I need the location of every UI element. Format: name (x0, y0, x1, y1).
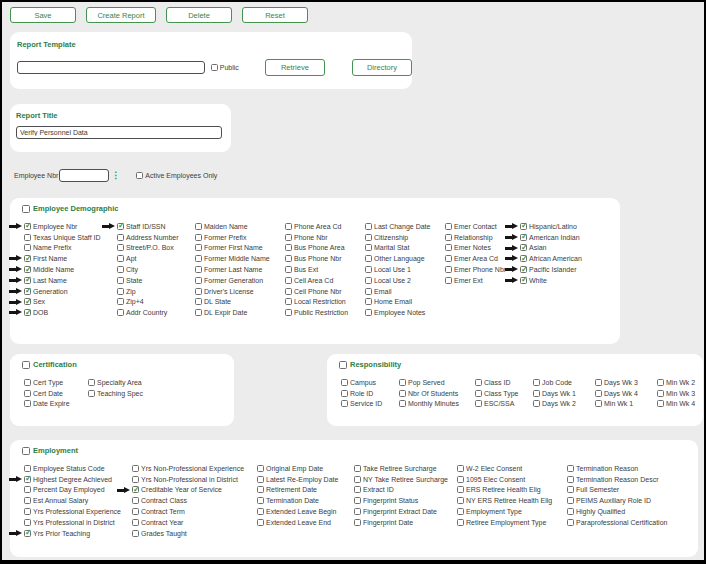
field-checkbox[interactable] (457, 465, 464, 472)
field-checkbox[interactable] (475, 390, 482, 397)
field-checkbox[interactable] (533, 379, 540, 386)
field-checkbox[interactable] (24, 486, 31, 493)
employee-nbr-input[interactable] (59, 169, 109, 182)
field-checkbox[interactable] (24, 277, 31, 284)
field-checkbox[interactable] (567, 508, 574, 515)
field-checkbox[interactable] (132, 486, 139, 493)
section-checkbox-employee-demographic[interactable] (22, 205, 30, 213)
field-checkbox[interactable] (24, 390, 31, 397)
field-checkbox[interactable] (195, 244, 202, 251)
field-checkbox[interactable] (399, 400, 406, 407)
section-checkbox-responsibility[interactable] (339, 361, 347, 369)
directory-button[interactable]: Directory (352, 59, 412, 76)
field-checkbox[interactable] (117, 266, 124, 273)
field-checkbox[interactable] (195, 255, 202, 262)
field-checkbox[interactable] (595, 390, 602, 397)
field-checkbox[interactable] (445, 244, 452, 251)
active-employees-only-checkbox[interactable] (136, 172, 143, 179)
field-checkbox[interactable] (595, 379, 602, 386)
field-checkbox[interactable] (595, 400, 602, 407)
field-checkbox[interactable] (457, 508, 464, 515)
field-checkbox[interactable] (520, 244, 527, 251)
create-report-button[interactable]: Create Report (86, 7, 156, 23)
field-checkbox[interactable] (24, 288, 31, 295)
field-checkbox[interactable] (257, 497, 264, 504)
field-checkbox[interactable] (24, 508, 31, 515)
field-checkbox[interactable] (365, 298, 372, 305)
field-checkbox[interactable] (365, 223, 372, 230)
field-checkbox[interactable] (520, 234, 527, 241)
field-checkbox[interactable] (341, 390, 348, 397)
field-checkbox[interactable] (354, 519, 361, 526)
field-checkbox[interactable] (132, 465, 139, 472)
field-checkbox[interactable] (285, 288, 292, 295)
report-title-input[interactable] (16, 126, 222, 139)
field-checkbox[interactable] (24, 244, 31, 251)
field-checkbox[interactable] (399, 390, 406, 397)
field-checkbox[interactable] (457, 497, 464, 504)
field-checkbox[interactable] (117, 255, 124, 262)
field-checkbox[interactable] (365, 255, 372, 262)
field-checkbox[interactable] (657, 379, 664, 386)
field-checkbox[interactable] (445, 255, 452, 262)
field-checkbox[interactable] (354, 465, 361, 472)
field-checkbox[interactable] (117, 223, 124, 230)
field-checkbox[interactable] (533, 390, 540, 397)
field-checkbox[interactable] (257, 476, 264, 483)
field-checkbox[interactable] (24, 309, 31, 316)
field-checkbox[interactable] (365, 309, 372, 316)
public-checkbox[interactable] (211, 64, 218, 71)
field-checkbox[interactable] (445, 266, 452, 273)
field-checkbox[interactable] (365, 244, 372, 251)
field-checkbox[interactable] (117, 234, 124, 241)
field-checkbox[interactable] (195, 234, 202, 241)
field-checkbox[interactable] (117, 288, 124, 295)
field-checkbox[interactable] (24, 266, 31, 273)
field-checkbox[interactable] (257, 465, 264, 472)
field-checkbox[interactable] (445, 277, 452, 284)
field-checkbox[interactable] (354, 476, 361, 483)
field-checkbox[interactable] (195, 298, 202, 305)
field-checkbox[interactable] (132, 519, 139, 526)
field-checkbox[interactable] (365, 234, 372, 241)
retrieve-button[interactable]: Retrieve (265, 59, 325, 76)
field-checkbox[interactable] (520, 277, 527, 284)
field-checkbox[interactable] (457, 476, 464, 483)
field-checkbox[interactable] (567, 497, 574, 504)
field-checkbox[interactable] (117, 244, 124, 251)
field-checkbox[interactable] (24, 497, 31, 504)
field-checkbox[interactable] (285, 223, 292, 230)
field-checkbox[interactable] (365, 288, 372, 295)
field-checkbox[interactable] (365, 277, 372, 284)
field-checkbox[interactable] (195, 266, 202, 273)
field-checkbox[interactable] (257, 508, 264, 515)
reset-button[interactable]: Reset (242, 7, 308, 23)
field-checkbox[interactable] (88, 379, 95, 386)
field-checkbox[interactable] (257, 486, 264, 493)
field-checkbox[interactable] (24, 234, 31, 241)
field-checkbox[interactable] (520, 266, 527, 273)
field-checkbox[interactable] (285, 266, 292, 273)
field-checkbox[interactable] (399, 379, 406, 386)
field-checkbox[interactable] (354, 486, 361, 493)
field-checkbox[interactable] (533, 400, 540, 407)
field-checkbox[interactable] (285, 277, 292, 284)
field-checkbox[interactable] (195, 277, 202, 284)
field-checkbox[interactable] (132, 476, 139, 483)
field-checkbox[interactable] (567, 486, 574, 493)
field-checkbox[interactable] (24, 298, 31, 305)
field-checkbox[interactable] (567, 519, 574, 526)
section-checkbox-employment[interactable] (22, 447, 30, 455)
field-checkbox[interactable] (445, 234, 452, 241)
field-checkbox[interactable] (285, 298, 292, 305)
field-checkbox[interactable] (520, 223, 527, 230)
field-checkbox[interactable] (195, 223, 202, 230)
field-checkbox[interactable] (24, 400, 31, 407)
field-checkbox[interactable] (520, 255, 527, 262)
field-checkbox[interactable] (354, 508, 361, 515)
delete-button[interactable]: Delete (166, 7, 232, 23)
field-checkbox[interactable] (24, 519, 31, 526)
save-button[interactable]: Save (10, 7, 76, 23)
field-checkbox[interactable] (365, 266, 372, 273)
field-checkbox[interactable] (657, 400, 664, 407)
